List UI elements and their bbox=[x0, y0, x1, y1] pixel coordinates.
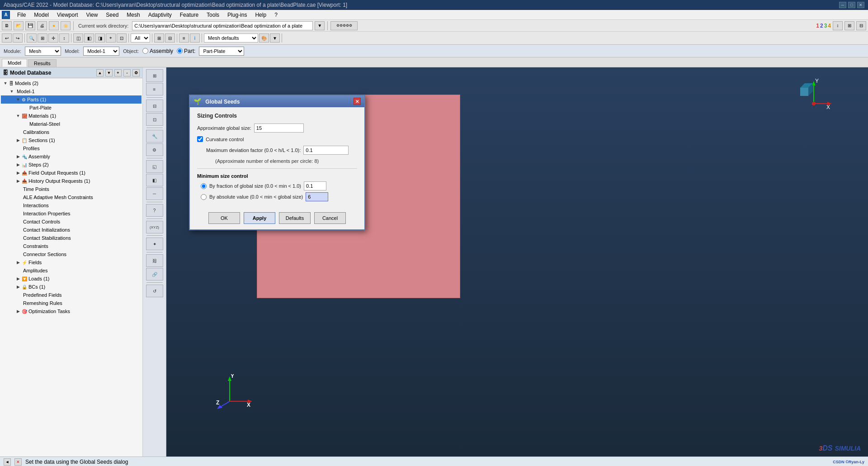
vt-assign-mesh-controls[interactable]: 🔧 bbox=[146, 130, 163, 143]
tree-item-fields[interactable]: ▶ ⚡ Fields bbox=[1, 258, 142, 266]
info-btn[interactable]: i bbox=[190, 33, 200, 43]
tree-expander[interactable] bbox=[15, 252, 21, 257]
print-button[interactable]: 🖨 bbox=[37, 21, 47, 30]
curvature-checkbox[interactable] bbox=[197, 136, 203, 142]
tree-item-contact-controls[interactable]: Contact Controls bbox=[1, 218, 142, 226]
dialog-close-button[interactable]: ✕ bbox=[354, 98, 361, 105]
tree-expander[interactable]: ▼ bbox=[15, 113, 21, 119]
vt-partition-cell[interactable]: ◱ bbox=[146, 160, 163, 173]
tree-item-time-points[interactable]: Time Points bbox=[1, 185, 142, 193]
status-back[interactable]: ◄ bbox=[4, 458, 11, 466]
menu-feature[interactable]: Feature bbox=[176, 11, 202, 19]
ok-button[interactable]: OK bbox=[208, 212, 240, 224]
tree-expander[interactable]: ▶ bbox=[15, 284, 21, 290]
tree-expander[interactable] bbox=[15, 219, 21, 224]
tree-expander[interactable]: ▶ bbox=[15, 178, 21, 184]
tree-item-sections[interactable]: ▶ 📋 Sections (1) bbox=[1, 136, 142, 144]
tree-expander[interactable]: ▶ bbox=[15, 276, 21, 281]
tree-item-ale[interactable]: ALE Adaptive Mesh Constraints bbox=[1, 193, 142, 201]
vt-special[interactable]: ✦ bbox=[146, 238, 163, 250]
tree-item-materials[interactable]: ▼ 🧱 Materials (1) bbox=[1, 112, 142, 120]
by-fraction-input[interactable] bbox=[304, 181, 326, 190]
viewiso[interactable]: ◧ bbox=[84, 33, 94, 43]
assign-btn[interactable]: ≡ bbox=[179, 33, 189, 43]
menu-adaptivity[interactable]: Adaptivity bbox=[145, 11, 175, 19]
tree-expander[interactable]: ▶ bbox=[15, 309, 21, 314]
part-radio[interactable] bbox=[177, 48, 183, 54]
vt-partition-edge[interactable]: ─ bbox=[146, 187, 163, 200]
tree-expander[interactable] bbox=[15, 227, 21, 233]
mesh-btn1[interactable]: ⊞ bbox=[154, 33, 164, 43]
tree-expander[interactable]: ▶ bbox=[15, 170, 21, 176]
tree-options[interactable]: ⚙ bbox=[132, 69, 140, 76]
tree-item-part-plate[interactable]: Part-Plate bbox=[1, 104, 142, 112]
viewpart[interactable]: ⊡ bbox=[117, 33, 127, 43]
menu-file[interactable]: File bbox=[14, 11, 29, 19]
tree-expander[interactable] bbox=[15, 292, 21, 298]
extra-btn3[interactable]: ⊟ bbox=[856, 21, 866, 30]
tree-expander[interactable] bbox=[15, 268, 21, 273]
max-deviation-input[interactable] bbox=[303, 146, 349, 155]
restore-button[interactable]: □ bbox=[848, 2, 855, 8]
tree-expander[interactable] bbox=[15, 235, 21, 241]
vt-xyz[interactable]: (XYZ) bbox=[146, 221, 163, 233]
tree-item-amplitudes[interactable]: Amplitudes bbox=[1, 266, 142, 275]
tree-expander[interactable] bbox=[15, 211, 21, 216]
tree-item-steps[interactable]: ▶ 📊 Steps (2) bbox=[1, 161, 142, 169]
viewport[interactable]: Y X Z Y X bbox=[166, 67, 868, 456]
macro2-button[interactable]: ◎ bbox=[61, 21, 71, 30]
apply-button[interactable]: Apply bbox=[244, 212, 275, 224]
tree-expander[interactable] bbox=[15, 186, 21, 192]
approx-size-input[interactable] bbox=[254, 124, 304, 133]
save-button[interactable]: 💾 bbox=[25, 21, 35, 30]
tree-item-field-output[interactable]: ▶ 📤 Field Output Requests (1) bbox=[1, 169, 142, 177]
undo-button[interactable]: ↩ bbox=[2, 33, 12, 43]
tree-item-history-output[interactable]: ▶ 📥 History Output Requests (1) bbox=[1, 177, 142, 185]
vt-query[interactable]: ? bbox=[146, 204, 163, 217]
tree-expander[interactable]: ▶ bbox=[15, 260, 21, 265]
tree-expander[interactable] bbox=[15, 129, 21, 135]
model-select[interactable]: Model-1 bbox=[83, 47, 119, 56]
tree-item-parts[interactable]: ▼ ⚙ Parts (1) bbox=[1, 95, 142, 104]
tree-expand[interactable]: + bbox=[114, 69, 122, 76]
extra-btn2[interactable]: ⊞ bbox=[844, 21, 854, 30]
assembly-radio[interactable] bbox=[142, 48, 148, 54]
tree-expander[interactable] bbox=[15, 243, 21, 249]
tree-expander[interactable]: ▶ bbox=[15, 154, 21, 159]
by-fraction-radio[interactable] bbox=[201, 183, 207, 189]
view3d[interactable]: ◫ bbox=[73, 33, 83, 43]
tree-expander[interactable]: ▶ bbox=[15, 162, 21, 167]
tree-expander[interactable] bbox=[15, 300, 21, 306]
tree-item-loads[interactable]: ▶ 🔽 Loads (1) bbox=[1, 275, 142, 283]
new-button[interactable]: 🗎 bbox=[2, 21, 12, 30]
menu-mesh[interactable]: Mesh bbox=[123, 11, 143, 19]
vt-partition-face[interactable]: ◧ bbox=[146, 174, 163, 186]
tree-expander[interactable]: ▼ bbox=[9, 89, 14, 94]
vt-assign-element-type[interactable]: ⚙ bbox=[146, 143, 163, 156]
vt-chain[interactable]: ⛓ bbox=[146, 254, 163, 267]
tree-item-calibrations[interactable]: Calibrations bbox=[1, 128, 142, 136]
tree-expander[interactable] bbox=[15, 195, 21, 200]
zoom-box[interactable]: ⊞ bbox=[38, 33, 47, 43]
status-stop[interactable]: ✕ bbox=[14, 458, 22, 466]
tree-item-bcs[interactable]: ▶ 🔒 BCs (1) bbox=[1, 283, 142, 291]
filter-select[interactable]: All bbox=[131, 33, 150, 43]
tree-expander[interactable]: ▼ bbox=[15, 97, 21, 102]
redo-button[interactable]: ↪ bbox=[13, 33, 23, 43]
tree-expander[interactable]: ▶ bbox=[15, 138, 21, 143]
menu-model[interactable]: Model bbox=[30, 11, 52, 19]
tree-up[interactable]: ▲ bbox=[96, 69, 104, 76]
by-absolute-radio[interactable] bbox=[201, 194, 207, 200]
minimize-button[interactable]: ─ bbox=[839, 2, 846, 8]
tree-item-assembly[interactable]: ▶ 🔩 Assembly bbox=[1, 152, 142, 161]
tree-item-interaction-props[interactable]: Interaction Properties bbox=[1, 209, 142, 218]
tree-item-profiles[interactable]: Profiles bbox=[1, 144, 142, 152]
mesh-view[interactable]: ▼ bbox=[270, 33, 280, 43]
tree-item-connector-sections[interactable]: Connector Sections bbox=[1, 250, 142, 258]
tree-expander[interactable] bbox=[22, 105, 27, 110]
menu-help[interactable]: Help bbox=[251, 11, 270, 19]
open-button[interactable]: 📂 bbox=[14, 21, 24, 30]
tree-item-constraints[interactable]: Constraints bbox=[1, 242, 142, 250]
module-select[interactable]: Mesh bbox=[25, 47, 61, 56]
menu-seed[interactable]: Seed bbox=[102, 11, 122, 19]
